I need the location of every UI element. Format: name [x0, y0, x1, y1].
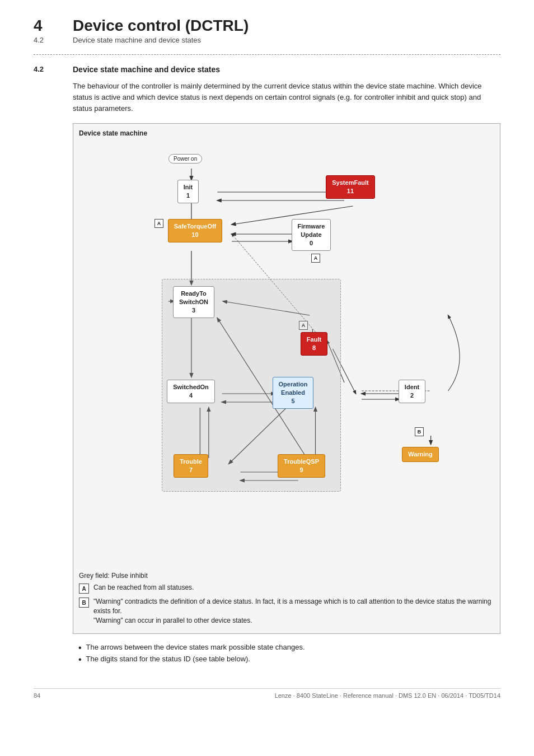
state-fault: Fault 8 [292, 332, 336, 356]
bullet-text-1: The arrows between the device states mar… [86, 642, 305, 654]
badge-a-top: A [311, 254, 320, 263]
state-switched-on: SwitchedOn 4 [166, 380, 216, 403]
state-ident: Ident 2 [390, 380, 434, 403]
footer: 84 Lenze · 8400 StateLine · Reference ma… [34, 688, 500, 699]
section-number: 4.2 [34, 65, 62, 74]
diagram-label: Device state machine [79, 129, 494, 137]
sub-section-number: 4.2 [34, 36, 62, 44]
bullet-text-2: The digits stand for the status ID (see … [86, 654, 250, 666]
diagram-box: Device state machine [73, 123, 500, 633]
section-title: Device state machine and device states [73, 65, 220, 74]
state-system-fault: SystemFault 11 [325, 175, 376, 199]
chapter-title: Device control (DCTRL) [73, 17, 249, 35]
intro-paragraph: The behaviour of the controller is mainl… [73, 81, 500, 114]
power-on-label: Power on [168, 154, 202, 164]
legend-row-b: B "Warning" contradicts the definition o… [79, 597, 494, 625]
state-warning: Warning [395, 447, 446, 462]
state-trouble: Trouble 7 [166, 454, 216, 478]
state-operation-enabled: Operation Enabled 5 [264, 377, 322, 409]
bullet-dot-1: • [78, 642, 82, 654]
chapter-number: 4 [34, 17, 62, 35]
legend-badge-a: A [79, 584, 89, 594]
legend-text-a: Can be reached from all statuses. [93, 583, 194, 592]
bullet-list: • The arrows between the device states m… [78, 642, 500, 666]
legend-badge-b: B [79, 598, 89, 608]
state-init: Init 1 [166, 180, 210, 203]
sub-section-title-top: Device state machine and device states [73, 36, 201, 44]
badge-a-second: A [154, 219, 163, 228]
state-safe-torque-off: SafeTorqueOff 10 [166, 219, 224, 242]
legend-text-b: "Warning" contradicts the definition of … [93, 597, 494, 625]
footer-page: 84 [34, 692, 40, 699]
legend-row-a: A Can be reached from all statuses. [79, 583, 494, 594]
divider [34, 54, 500, 55]
bullet-item-1: • The arrows between the device states m… [78, 642, 500, 654]
footer-right: Lenze · 8400 StateLine · Reference manua… [275, 692, 500, 699]
state-ready-to-switch: ReadyTo SwitchON 3 [166, 286, 222, 318]
bullet-dot-2: • [78, 654, 82, 666]
bullet-item-2: • The digits stand for the status ID (se… [78, 654, 500, 666]
badge-b-warning: B [415, 427, 424, 436]
diagram-inner: Power on A A A B Init 1 [79, 142, 494, 567]
state-trouble-qsp: TroubleQSP 9 [275, 454, 328, 478]
grey-field-label: Grey field: Pulse inhibit [79, 572, 494, 580]
state-firmware-update: Firmware Update 0 [286, 219, 336, 251]
